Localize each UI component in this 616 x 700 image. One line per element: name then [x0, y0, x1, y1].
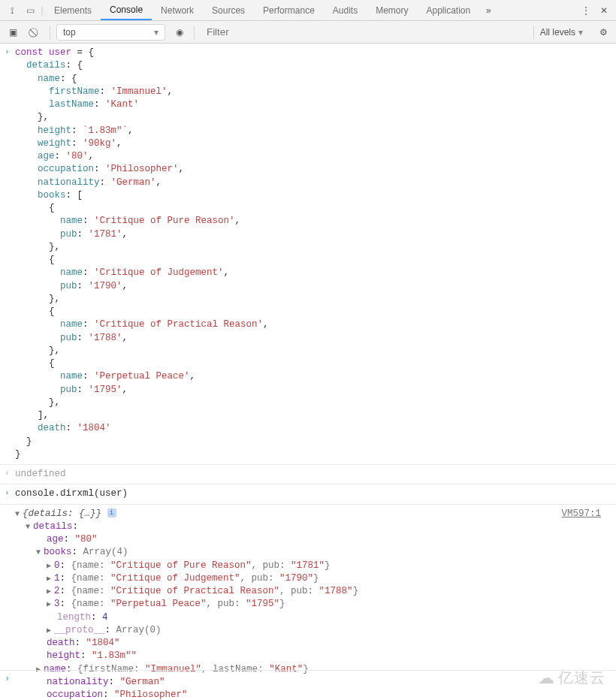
console-toolbar: ▣ ⃠ top ▾ ◉ All levels ▾ ⚙ [0, 21, 616, 44]
output-marker-icon: ‹ [5, 468, 10, 479]
tab-audits[interactable]: Audits [324, 0, 367, 20]
caret-down-icon[interactable]: ▼ [26, 522, 33, 533]
tab-network[interactable]: Network [152, 0, 203, 20]
toolbar-separator [533, 26, 534, 39]
eye-icon[interactable]: ◉ [171, 27, 188, 38]
input-marker-icon: › [5, 47, 10, 58]
tab-separator: | [39, 5, 45, 16]
console-input: › const user = { details: { name: { firs… [0, 44, 616, 464]
info-badge-icon[interactable]: i [107, 508, 116, 517]
levels-label: All levels [540, 27, 575, 38]
tab-elements[interactable]: Elements [45, 0, 101, 20]
more-tabs-icon[interactable]: » [479, 5, 497, 16]
caret-down-icon[interactable]: ▼ [15, 509, 23, 520]
devtools-tabs: ⟟ ▭ | Elements Console Network Sources P… [0, 0, 616, 21]
caret-right-icon[interactable]: ▶ [47, 587, 54, 597]
source-link[interactable]: VM597:1 [561, 508, 601, 520]
watermark-text: 亿速云 [558, 668, 605, 688]
tab-performance[interactable]: Performance [254, 0, 324, 20]
sidebar-toggle-icon[interactable]: ▣ [5, 27, 21, 38]
caret-right-icon[interactable]: ▶ [47, 574, 54, 584]
tab-memory[interactable]: Memory [367, 0, 417, 20]
caret-right-icon[interactable]: ▶ [47, 626, 54, 636]
tab-console[interactable]: Console [101, 0, 152, 20]
scope-label: top [63, 27, 76, 38]
chevron-down-icon: ▾ [578, 27, 583, 38]
toolbar-separator [50, 26, 50, 39]
input-code: console.dirxml(user) [15, 488, 128, 499]
device-icon[interactable]: ▭ [21, 5, 39, 16]
chevron-down-icon: ▾ [154, 27, 159, 38]
console-input: › console.dirxml(user) [0, 484, 616, 503]
settings-icon[interactable]: ⚙ [595, 27, 611, 38]
close-icon[interactable]: ✕ [595, 5, 613, 16]
cloud-icon: ☁ [538, 668, 555, 688]
console-body: › const user = { details: { name: { firs… [0, 44, 616, 700]
input-marker-icon: › [5, 487, 10, 499]
tab-application[interactable]: Application [418, 0, 480, 20]
caret-down-icon[interactable]: ▼ [36, 548, 44, 558]
caret-right-icon[interactable]: ▶ [47, 561, 54, 572]
log-levels-selector[interactable]: All levels ▾ [540, 27, 583, 38]
execution-context-selector[interactable]: top ▾ [56, 24, 165, 41]
inspect-icon[interactable]: ⟟ [3, 5, 21, 16]
toolbar-separator [194, 26, 195, 39]
tab-sources[interactable]: Sources [203, 0, 254, 20]
console-prompt[interactable]: › [0, 670, 616, 686]
watermark: ☁ 亿速云 [538, 668, 605, 688]
menu-icon[interactable]: ⋮ [577, 5, 595, 16]
clear-console-icon[interactable]: ⃠ [27, 27, 44, 38]
console-result: ‹ undefined [0, 464, 616, 484]
caret-right-icon[interactable]: ▶ [47, 599, 54, 610]
filter-input[interactable] [201, 24, 527, 41]
result-value: undefined [15, 469, 66, 479]
